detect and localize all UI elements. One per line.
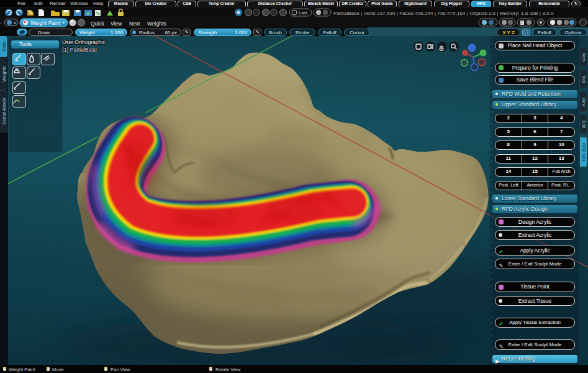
svg-text:User Orthographic: User Orthographic xyxy=(62,39,106,45)
svg-text:(1) PartialBase: (1) PartialBase xyxy=(62,47,97,53)
svg-text:Weight Paint: Weight Paint xyxy=(30,20,61,26)
svg-text:Last: Last xyxy=(299,10,308,16)
